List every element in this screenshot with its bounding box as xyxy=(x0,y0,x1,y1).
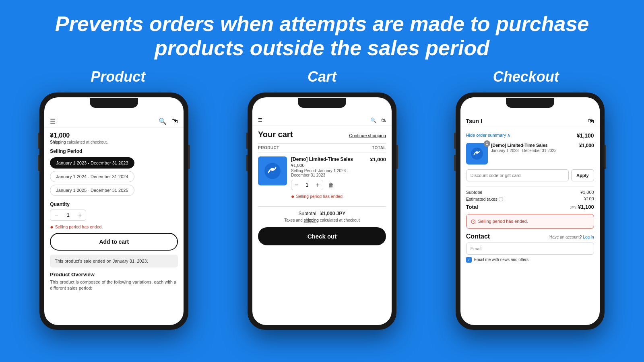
taxes-amount: ¥100 xyxy=(584,196,594,202)
period-option-2[interactable]: January 1 2024 - December 31 2024 xyxy=(50,171,134,182)
taxes-info-icon[interactable]: ⓘ xyxy=(499,197,503,202)
quantity-value: 1 xyxy=(67,212,70,218)
checkout-content: Hide order summary ∧ ¥1,100 xyxy=(460,128,600,267)
product-content: ¥1,000 Shipping calculated at checkout. … xyxy=(44,128,184,296)
email-input[interactable] xyxy=(466,243,594,255)
cart-content: Your cart Continue shopping PRODUCT TOTA… xyxy=(252,126,392,249)
cart-label: Cart xyxy=(220,68,424,85)
quantity-control: − 1 + xyxy=(50,210,86,221)
period-option-1[interactable]: January 1 2023 - December 31 2023 xyxy=(50,157,134,169)
product-header-icons: 🔍 🛍 xyxy=(159,117,178,125)
checkout-item-price: ¥1,000 xyxy=(574,143,594,148)
newsletter-checkbox[interactable]: ✓ xyxy=(466,257,472,263)
checkout-bag-icon[interactable]: 🛍 xyxy=(588,117,594,125)
product-error-text: Selling period has ended. xyxy=(55,224,103,229)
log-in-link[interactable]: Log in xyxy=(583,235,594,239)
headline-line1: Prevents orders when attempts are made t… xyxy=(55,12,589,35)
vol-down-btn xyxy=(38,155,39,171)
contact-login: Have an account? Log in xyxy=(549,235,594,239)
product-phone: ☰ 🔍 🛍 ¥1,000 Shipping calculated at chec… xyxy=(39,93,188,330)
subtotal-row: Subtotal ¥1,000 xyxy=(466,190,594,195)
product-error-msg: ● Selling period has ended. xyxy=(50,224,178,230)
checkout-label: Checkout xyxy=(424,68,628,85)
product-price: ¥1,000 xyxy=(50,132,178,139)
power-btn-product xyxy=(188,145,190,169)
hide-order-summary-link[interactable]: Hide order summary ∧ xyxy=(466,133,511,138)
contact-section: Contact Have an account? Log in ✓ Email … xyxy=(466,233,594,263)
chevron-up-icon: ∧ xyxy=(507,133,510,138)
cart-icon[interactable]: 🛍 xyxy=(171,117,178,125)
product-shipping: Shipping calculated at checkout. xyxy=(50,140,178,144)
cart-item-name: [Demo] Limited-Time Sales xyxy=(291,156,362,162)
product-overview-title: Product Overview xyxy=(50,272,178,278)
cart-shipping-link[interactable]: shipping xyxy=(304,218,319,222)
taxes-label-row: Estimated taxes ⓘ xyxy=(466,196,503,202)
newsletter-checkbox-row: ✓ Email me with news and offers xyxy=(466,257,594,263)
quantity-increase-btn[interactable]: + xyxy=(77,212,83,219)
cart-col-headers: PRODUCT TOTAL xyxy=(258,143,386,152)
checkout-button[interactable]: Check out xyxy=(258,227,386,245)
main-container: Prevents orders when attempts are made t… xyxy=(0,0,644,362)
total-amount-row: JPY ¥1,100 xyxy=(570,204,594,210)
power-btn-cart xyxy=(396,145,398,169)
cart-hamburger-icon[interactable]: ☰ xyxy=(258,117,262,123)
period-option-3[interactable]: January 1 2025 - December 31 2025 xyxy=(50,185,134,196)
cart-qty-control: − 1 + xyxy=(291,180,323,190)
headline-line2: products outside the sales period xyxy=(155,36,489,60)
cart-bag-icon[interactable]: 🛍 xyxy=(381,117,386,123)
checkout-vol-down-btn xyxy=(454,155,456,171)
phone-notch-checkout xyxy=(506,98,554,108)
cart-item-row: [Demo] Limited-Time Sales ¥1,000 Selling… xyxy=(258,156,386,202)
cart-qty-row: − 1 + 🗑 xyxy=(291,180,362,190)
cart-subtotal-row: Subtotal ¥1,000 JPY xyxy=(258,206,386,216)
cart-delete-icon[interactable]: 🗑 xyxy=(328,182,334,188)
search-icon[interactable]: 🔍 xyxy=(159,117,167,125)
subtotal-label: Subtotal xyxy=(466,190,482,195)
cart-item-total: ¥1,000 xyxy=(366,156,386,202)
cart-subtotal-label: Subtotal xyxy=(299,211,316,216)
svg-point-1 xyxy=(271,168,274,171)
product-label: Product xyxy=(16,68,220,85)
discount-code-input[interactable] xyxy=(466,169,569,181)
taxes-label: Estimated taxes xyxy=(466,197,497,202)
error-dot-icon: ● xyxy=(50,224,53,230)
cart-subtotal-amount: ¥1,000 JPY xyxy=(320,211,346,216)
product-screen: ☰ 🔍 🛍 ¥1,000 Shipping calculated at chec… xyxy=(44,97,184,325)
col-product-label: PRODUCT xyxy=(258,146,279,150)
checkout-error-box: ⊙ Selling period has ended. xyxy=(466,214,594,229)
cart-item-details: [Demo] Limited-Time Sales ¥1,000 Selling… xyxy=(291,156,362,202)
selling-period-label: Selling Period xyxy=(50,148,178,154)
cart-tax-note-text2: calculated at checkout xyxy=(320,218,360,222)
cart-qty-value: 1 xyxy=(305,182,308,188)
cart-phone: ☰ 🔍 🛍 Your cart Continue shopping PRODUC… xyxy=(248,93,396,330)
cart-qty-increase-btn[interactable]: + xyxy=(315,181,320,189)
add-to-cart-button[interactable]: Add to cart xyxy=(50,233,178,251)
discount-apply-button[interactable]: Apply xyxy=(571,169,594,181)
phones-row: ☰ 🔍 🛍 ¥1,000 Shipping calculated at chec… xyxy=(16,93,628,354)
phone-notch-product xyxy=(90,98,138,108)
divider-1 xyxy=(466,186,594,187)
checkout-item-info: [Demo] Limited-Time Sales January 1 2023… xyxy=(491,143,571,153)
hamburger-icon[interactable]: ☰ xyxy=(50,117,56,125)
checkout-item-image: 1 xyxy=(466,143,488,165)
cart-item-price: ¥1,000 xyxy=(291,163,362,168)
svg-point-3 xyxy=(476,151,478,154)
checkout-item-period: January 1 2023 - December 31 2023 xyxy=(491,148,571,153)
cart-vol-up-btn xyxy=(246,133,248,149)
shipping-link[interactable]: Shipping xyxy=(50,140,66,144)
checkout-product-logo-icon xyxy=(470,146,484,161)
cart-qty-decrease-btn[interactable]: − xyxy=(294,181,299,189)
product-logo-icon xyxy=(263,161,282,181)
checkout-phone: Tsun I 🛍 Hide order summary ∧ ¥1,100 xyxy=(456,93,605,330)
cart-vol-down-btn xyxy=(246,155,248,171)
continue-shopping-link[interactable]: Continue shopping xyxy=(349,133,386,138)
quantity-decrease-btn[interactable]: − xyxy=(54,212,59,219)
col-total-label: TOTAL xyxy=(372,146,386,150)
checkout-item-row: 1 [Demo] Limited-Time Sales January 1 20… xyxy=(466,143,594,165)
cart-item-image xyxy=(258,156,287,185)
hide-summary-text: Hide order summary xyxy=(466,133,506,138)
cart-search-icon[interactable]: 🔍 xyxy=(370,117,376,123)
section-labels: Product Cart Checkout xyxy=(16,68,628,85)
cart-item-period: Selling Period: January 1 2023 - Decembe… xyxy=(291,169,362,177)
contact-title: Contact xyxy=(466,233,490,240)
